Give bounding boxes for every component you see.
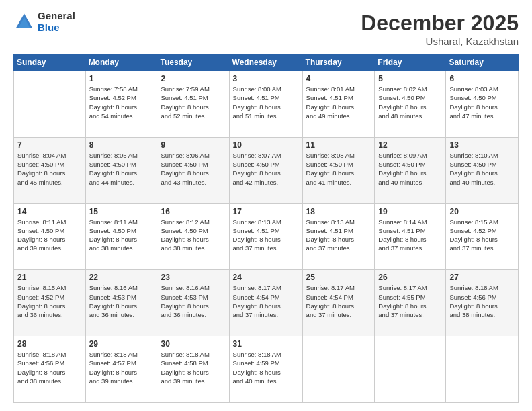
calendar-cell: 22Sunrise: 8:16 AM Sunset: 4:53 PM Dayli… <box>85 270 157 336</box>
cell-day-number: 6 <box>449 74 515 83</box>
cell-day-number: 8 <box>89 140 154 150</box>
calendar-cell: 10Sunrise: 8:07 AM Sunset: 4:50 PM Dayli… <box>229 137 302 203</box>
calendar-cell <box>302 336 375 403</box>
calendar-cell: 14Sunrise: 8:11 AM Sunset: 4:50 PM Dayli… <box>14 203 86 270</box>
calendar-cell: 24Sunrise: 8:17 AM Sunset: 4:54 PM Dayli… <box>229 270 302 336</box>
cell-day-number: 12 <box>378 140 442 150</box>
cell-info-text: Sunrise: 8:08 AM Sunset: 4:50 PM Dayligh… <box>306 151 371 187</box>
calendar-cell: 7Sunrise: 8:04 AM Sunset: 4:50 PM Daylig… <box>14 137 86 203</box>
calendar-cell <box>446 336 519 403</box>
cell-day-number: 23 <box>161 273 225 282</box>
calendar-cell: 23Sunrise: 8:16 AM Sunset: 4:53 PM Dayli… <box>157 270 229 336</box>
cell-info-text: Sunrise: 8:02 AM Sunset: 4:50 PM Dayligh… <box>378 85 442 120</box>
cell-info-text: Sunrise: 8:18 AM Sunset: 4:57 PM Dayligh… <box>89 350 154 385</box>
weekday-header-wednesday: Wednesday <box>229 54 302 71</box>
calendar-cell <box>375 336 446 403</box>
calendar-week-row: 21Sunrise: 8:15 AM Sunset: 4:52 PM Dayli… <box>14 270 519 336</box>
cell-day-number: 11 <box>306 140 371 150</box>
cell-day-number: 4 <box>306 74 371 83</box>
calendar-cell: 4Sunrise: 8:01 AM Sunset: 4:51 PM Daylig… <box>302 71 375 138</box>
weekday-header-friday: Friday <box>375 54 446 71</box>
cell-day-number: 21 <box>17 273 82 282</box>
logo-general-text: General <box>38 11 75 22</box>
calendar-cell: 11Sunrise: 8:08 AM Sunset: 4:50 PM Dayli… <box>302 137 375 203</box>
cell-info-text: Sunrise: 8:17 AM Sunset: 4:54 PM Dayligh… <box>233 283 299 319</box>
location: Usharal, Kazakhstan <box>361 36 519 47</box>
cell-info-text: Sunrise: 8:18 AM Sunset: 4:56 PM Dayligh… <box>449 283 515 319</box>
title-block: December 2025 Usharal, Kazakhstan <box>361 11 519 47</box>
cell-info-text: Sunrise: 8:10 AM Sunset: 4:50 PM Dayligh… <box>449 151 515 187</box>
calendar-cell: 15Sunrise: 8:11 AM Sunset: 4:50 PM Dayli… <box>85 203 157 270</box>
cell-day-number: 18 <box>306 207 371 216</box>
cell-info-text: Sunrise: 8:06 AM Sunset: 4:50 PM Dayligh… <box>161 151 225 187</box>
cell-day-number: 28 <box>17 339 82 349</box>
cell-day-number: 30 <box>161 339 225 349</box>
cell-info-text: Sunrise: 8:01 AM Sunset: 4:51 PM Dayligh… <box>306 85 371 120</box>
calendar-week-row: 28Sunrise: 8:18 AM Sunset: 4:56 PM Dayli… <box>14 336 519 403</box>
cell-info-text: Sunrise: 8:05 AM Sunset: 4:50 PM Dayligh… <box>89 151 154 187</box>
weekday-header-monday: Monday <box>85 54 157 71</box>
cell-day-number: 20 <box>449 207 515 216</box>
calendar-cell: 1Sunrise: 7:58 AM Sunset: 4:52 PM Daylig… <box>85 71 157 138</box>
calendar-cell: 8Sunrise: 8:05 AM Sunset: 4:50 PM Daylig… <box>85 137 157 203</box>
calendar-cell: 31Sunrise: 8:18 AM Sunset: 4:59 PM Dayli… <box>229 336 302 403</box>
cell-day-number: 14 <box>17 207 82 216</box>
cell-day-number: 26 <box>378 273 442 282</box>
cell-day-number: 10 <box>233 140 299 150</box>
cell-info-text: Sunrise: 8:03 AM Sunset: 4:50 PM Dayligh… <box>449 85 515 120</box>
logo-icon <box>13 11 35 33</box>
calendar-cell: 25Sunrise: 8:17 AM Sunset: 4:54 PM Dayli… <box>302 270 375 336</box>
cell-day-number: 16 <box>161 207 225 216</box>
cell-info-text: Sunrise: 8:18 AM Sunset: 4:59 PM Dayligh… <box>233 350 299 385</box>
cell-day-number: 2 <box>161 74 225 83</box>
logo: General Blue <box>13 11 75 33</box>
weekday-header-saturday: Saturday <box>446 54 519 71</box>
cell-info-text: Sunrise: 8:07 AM Sunset: 4:50 PM Dayligh… <box>233 151 299 187</box>
cell-info-text: Sunrise: 8:11 AM Sunset: 4:50 PM Dayligh… <box>89 218 154 253</box>
calendar-table: SundayMondayTuesdayWednesdayThursdayFrid… <box>13 54 519 403</box>
cell-day-number: 19 <box>378 207 442 216</box>
cell-day-number: 17 <box>233 207 299 216</box>
calendar-week-row: 7Sunrise: 8:04 AM Sunset: 4:50 PM Daylig… <box>14 137 519 203</box>
calendar-cell: 12Sunrise: 8:09 AM Sunset: 4:50 PM Dayli… <box>375 137 446 203</box>
calendar-cell: 18Sunrise: 8:13 AM Sunset: 4:51 PM Dayli… <box>302 203 375 270</box>
calendar-cell: 17Sunrise: 8:13 AM Sunset: 4:51 PM Dayli… <box>229 203 302 270</box>
cell-day-number: 5 <box>378 74 442 83</box>
cell-day-number: 29 <box>89 339 154 349</box>
cell-info-text: Sunrise: 7:59 AM Sunset: 4:51 PM Dayligh… <box>161 85 225 120</box>
calendar-cell: 26Sunrise: 8:17 AM Sunset: 4:55 PM Dayli… <box>375 270 446 336</box>
cell-info-text: Sunrise: 8:16 AM Sunset: 4:53 PM Dayligh… <box>89 283 154 319</box>
cell-info-text: Sunrise: 8:11 AM Sunset: 4:50 PM Dayligh… <box>17 218 82 253</box>
calendar-cell: 19Sunrise: 8:14 AM Sunset: 4:51 PM Dayli… <box>375 203 446 270</box>
cell-day-number: 7 <box>17 140 82 150</box>
cell-info-text: Sunrise: 8:17 AM Sunset: 4:55 PM Dayligh… <box>378 283 442 319</box>
cell-info-text: Sunrise: 8:15 AM Sunset: 4:52 PM Dayligh… <box>449 218 515 253</box>
calendar-cell: 13Sunrise: 8:10 AM Sunset: 4:50 PM Dayli… <box>446 137 519 203</box>
calendar-cell: 29Sunrise: 8:18 AM Sunset: 4:57 PM Dayli… <box>85 336 157 403</box>
calendar-cell <box>14 71 86 138</box>
cell-info-text: Sunrise: 8:16 AM Sunset: 4:53 PM Dayligh… <box>161 283 225 319</box>
calendar-cell: 6Sunrise: 8:03 AM Sunset: 4:50 PM Daylig… <box>446 71 519 138</box>
calendar-cell: 28Sunrise: 8:18 AM Sunset: 4:56 PM Dayli… <box>14 336 86 403</box>
month-title: December 2025 <box>361 11 519 36</box>
calendar-week-row: 14Sunrise: 8:11 AM Sunset: 4:50 PM Dayli… <box>14 203 519 270</box>
calendar-cell: 21Sunrise: 8:15 AM Sunset: 4:52 PM Dayli… <box>14 270 86 336</box>
cell-day-number: 15 <box>89 207 154 216</box>
cell-day-number: 27 <box>449 273 515 282</box>
calendar-week-row: 1Sunrise: 7:58 AM Sunset: 4:52 PM Daylig… <box>14 71 519 138</box>
cell-info-text: Sunrise: 8:09 AM Sunset: 4:50 PM Dayligh… <box>378 151 442 187</box>
weekday-header-thursday: Thursday <box>302 54 375 71</box>
calendar-cell: 30Sunrise: 8:18 AM Sunset: 4:58 PM Dayli… <box>157 336 229 403</box>
cell-info-text: Sunrise: 8:15 AM Sunset: 4:52 PM Dayligh… <box>17 283 82 319</box>
cell-day-number: 3 <box>233 74 299 83</box>
header: General Blue December 2025 Usharal, Kaza… <box>13 11 519 47</box>
cell-info-text: Sunrise: 8:04 AM Sunset: 4:50 PM Dayligh… <box>17 151 82 187</box>
calendar-cell: 9Sunrise: 8:06 AM Sunset: 4:50 PM Daylig… <box>157 137 229 203</box>
calendar-cell: 16Sunrise: 8:12 AM Sunset: 4:50 PM Dayli… <box>157 203 229 270</box>
cell-day-number: 24 <box>233 273 299 282</box>
cell-info-text: Sunrise: 8:00 AM Sunset: 4:51 PM Dayligh… <box>233 85 299 120</box>
calendar-cell: 5Sunrise: 8:02 AM Sunset: 4:50 PM Daylig… <box>375 71 446 138</box>
cell-info-text: Sunrise: 7:58 AM Sunset: 4:52 PM Dayligh… <box>89 85 154 120</box>
calendar-cell: 2Sunrise: 7:59 AM Sunset: 4:51 PM Daylig… <box>157 71 229 138</box>
weekday-header-sunday: Sunday <box>14 54 86 71</box>
